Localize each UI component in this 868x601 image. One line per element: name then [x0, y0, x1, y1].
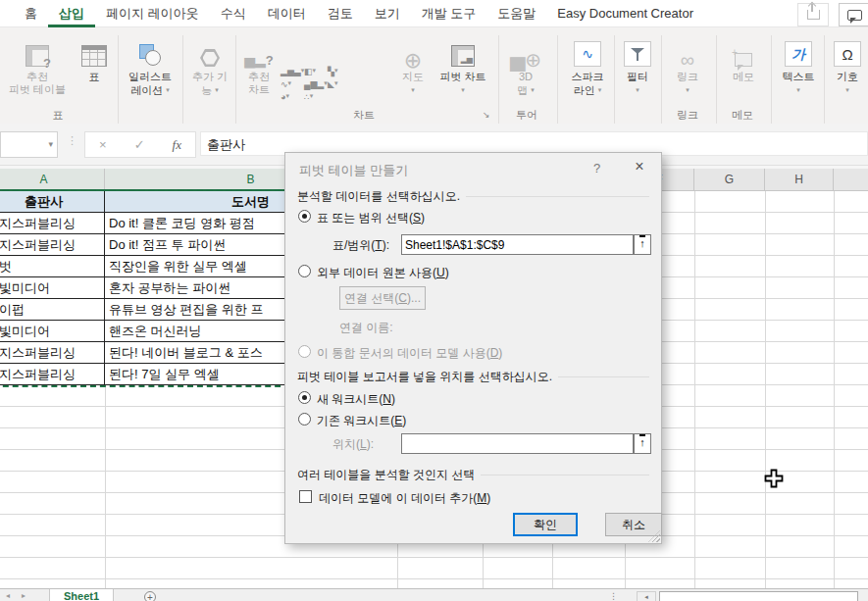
radio-existing-worksheet-label[interactable]: 기존 워크시트(E) [317, 413, 406, 429]
choose-connection-button[interactable]: 연결 선택(C)... [339, 286, 426, 310]
pivot-table-icon: ? [26, 45, 49, 67]
hscroll-left-arrow[interactable]: ◂ [637, 591, 656, 601]
sheet-tab-bar: ◂ ▸ Sheet1 + ⋮ ◂ [0, 588, 868, 601]
cancel-button[interactable]: 취소 [605, 513, 662, 536]
share-button[interactable] [797, 3, 829, 26]
cell-publisher[interactable]: 이지스퍼블리싱 [0, 364, 105, 385]
note-button[interactable]: 메모 [720, 33, 767, 83]
connection-name-label: 연결 이름: [339, 320, 393, 336]
enter-entry-button[interactable]: ✓ [134, 137, 145, 152]
filter-button[interactable]: 필터 ▾ [616, 33, 659, 97]
tab-insert[interactable]: 삽입 [48, 0, 95, 27]
radio-external-source-label[interactable]: 외부 데이터 원본 사용(U) [317, 265, 449, 281]
name-box-dropdown-icon[interactable]: ▾ [48, 139, 53, 149]
line-chart-icon[interactable]: ∿▾ [281, 79, 300, 89]
comment-icon [847, 10, 862, 21]
tab-data[interactable]: 데이터 [257, 0, 317, 27]
sheet-nav-left-icon[interactable]: ◂ [6, 591, 10, 600]
scatter-chart-icon[interactable]: ∴▾ [304, 92, 324, 102]
pivot-chart-button[interactable]: ▂▅ 피벗 차트 ▾ [434, 33, 492, 97]
recommended-charts-button[interactable]: ▅▂? 추천차트 [239, 33, 279, 96]
bar-chart-icon[interactable]: ◣▾ [328, 79, 347, 89]
radio-external-source[interactable] [298, 265, 311, 277]
column-header-g[interactable]: G [694, 169, 765, 191]
close-icon[interactable]: × [628, 158, 651, 175]
ok-button[interactable]: 확인 [513, 513, 578, 536]
dialog-title: 피벗 테이블 만들기 [299, 162, 408, 179]
section-place-report: 피벗 테이블 보고서를 넣을 위치를 선택하십시오. [297, 369, 649, 385]
add-sheet-button[interactable]: + [144, 591, 156, 601]
hscroll-thumb[interactable] [659, 591, 858, 601]
collapse-dialog-button[interactable]: ↑ [634, 234, 651, 255]
chart-dialog-launcher-icon[interactable]: ↘ [483, 110, 490, 120]
tab-help[interactable]: 도움말 [486, 0, 546, 27]
table-range-input[interactable] [401, 234, 634, 255]
insert-function-button[interactable]: fx [173, 137, 181, 153]
cell-publisher[interactable]: 이지스퍼블리싱 [0, 342, 105, 364]
cell-publisher[interactable]: 한빛미디어 [0, 321, 105, 342]
tab-page-layout[interactable]: 페이지 레이아웃 [95, 0, 210, 27]
symbols-button[interactable]: Ω 기호 ▾ [828, 33, 867, 97]
tab-home[interactable]: 홈 [14, 0, 48, 27]
tab-developer[interactable]: 개발 도구 [411, 0, 487, 27]
link-button[interactable]: ∞ 링크 ▾ [665, 33, 710, 97]
radio-select-table-range[interactable] [298, 210, 311, 223]
cancel-entry-button[interactable]: × [99, 137, 107, 152]
text-button[interactable]: 가 텍스트 ▾ [775, 33, 822, 97]
recommended-pivottables-button[interactable]: ? 추천피벗 테이블 [2, 33, 73, 96]
column-chart-icon[interactable]: ▂▅▃▾ [281, 67, 300, 76]
cell-cursor-icon [764, 469, 784, 488]
comments-button[interactable] [839, 3, 868, 26]
omega-icon: Ω [834, 41, 861, 67]
tab-review[interactable]: 검토 [317, 0, 364, 27]
cell-publisher[interactable]: 이지스퍼블리싱 [0, 234, 105, 256]
column-header-a[interactable]: A [0, 169, 105, 191]
maps-button[interactable]: ⊕ 지도 ▾ [394, 33, 432, 97]
tab-easy-document-creator[interactable]: Easy Document Creator [546, 0, 704, 27]
table-button[interactable]: 표 [73, 33, 116, 83]
column-header-partial[interactable] [834, 169, 868, 191]
illustrations-icon [138, 43, 162, 67]
tab-formulas[interactable]: 수식 [210, 0, 257, 27]
ribbon: ? 추천피벗 테이블 표 일러스트 레이션 ▾ 추가 기 능 ▾ ▅▂? 추천차… [0, 27, 868, 125]
help-button[interactable]: ? [593, 161, 600, 175]
illustrations-button[interactable]: 일러스트 레이션 ▾ [120, 33, 180, 97]
column-header-h[interactable]: H [765, 169, 834, 191]
pie-chart-icon[interactable]: ◕▾ [281, 92, 300, 102]
tabbar-splitter[interactable]: ⋮ [609, 591, 618, 601]
radio-select-table-range-label[interactable]: 표 또는 범위 선택(S) [317, 210, 425, 226]
sparkline-icon: ∿ [574, 41, 601, 67]
location-input[interactable] [401, 433, 634, 454]
ribbon-tab-bar: 홈 삽입 페이지 레이아웃 수식 데이터 검토 보기 개발 도구 도움말 Eas… [0, 0, 868, 27]
chevron-down-icon: ▾ [411, 86, 415, 93]
combo-chart-icon[interactable]: ▄▆▂▾ [304, 79, 324, 89]
checkbox-add-to-data-model-label[interactable]: 데이터 모델에 이 데이터 추가(M) [319, 490, 490, 507]
collapse-dialog-button[interactable]: ↑ [634, 433, 651, 454]
cell-a1[interactable]: 출판사 [0, 191, 105, 213]
checkbox-add-to-data-model[interactable] [299, 490, 312, 503]
formula-bar-splitter[interactable]: ⋮ [67, 134, 77, 147]
filter-icon [624, 41, 651, 67]
cell-publisher[interactable]: 길벗 [0, 256, 105, 277]
radio-use-data-model[interactable] [298, 345, 311, 358]
3d-map-button[interactable]: ▅⊕ 3D 맵 ▾ [504, 33, 547, 97]
radio-existing-worksheet[interactable] [298, 413, 311, 426]
table-icon [81, 45, 107, 67]
tab-view[interactable]: 보기 [364, 0, 411, 27]
hierarchy-chart-icon[interactable]: ◧▾ [304, 67, 324, 76]
sheet-nav-right-icon[interactable]: ▸ [22, 591, 26, 600]
radio-new-worksheet-label[interactable]: 새 워크시트(N) [317, 391, 395, 408]
radio-new-worksheet[interactable] [298, 391, 311, 404]
cell-publisher[interactable]: 이지스퍼블리싱 [0, 213, 105, 234]
waterfall-chart-icon[interactable]: ▚▾ [328, 67, 347, 76]
tours-group-label: 투어 [498, 108, 555, 123]
sheet-tab-sheet1[interactable]: Sheet1 [49, 589, 114, 601]
chevron-down-icon: ▾ [461, 86, 465, 93]
sparkline-button[interactable]: ∿ 스파크 라인 ▾ [563, 33, 612, 97]
cell-publisher[interactable]: 아이펍 [0, 299, 105, 321]
share-icon [807, 10, 820, 20]
name-box[interactable]: ▾ [0, 131, 58, 158]
add-ins-button[interactable]: 추가 기 능 ▾ [184, 33, 235, 97]
cell-publisher[interactable]: 한빛미디어 [0, 277, 105, 299]
add-ins-icon [200, 49, 220, 67]
